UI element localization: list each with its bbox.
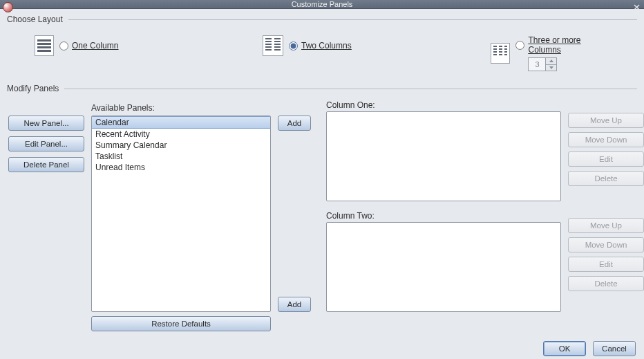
col2-edit-button[interactable]: Edit <box>568 257 644 272</box>
choose-layout-text: Choose Layout <box>7 15 63 24</box>
radio-one-column-label[interactable]: One Column <box>72 41 118 50</box>
modify-panels-label: Modify Panels <box>7 84 637 93</box>
panel-action-buttons: New Panel... Edit Panel... Delete Panel <box>8 116 84 312</box>
divider <box>64 89 637 89</box>
add-buttons-column: Add Add <box>278 116 319 312</box>
app-icon <box>3 2 13 12</box>
list-item[interactable]: Summary Calendar <box>92 140 270 151</box>
window-title: Customize Panels <box>292 0 353 8</box>
list-item[interactable]: Calendar <box>92 116 270 129</box>
col2-delete-button[interactable]: Delete <box>568 276 644 291</box>
radio-two-columns[interactable] <box>289 42 298 50</box>
cancel-button[interactable]: Cancel <box>593 341 636 356</box>
radio-three-columns-label[interactable]: Three or more Columns <box>528 35 609 55</box>
ok-button[interactable]: OK <box>543 341 586 356</box>
col1-move-up-button[interactable]: Move Up <box>568 113 644 128</box>
add-to-column-two-button[interactable]: Add <box>278 297 311 312</box>
modify-panels-text: Modify Panels <box>7 84 59 93</box>
choose-layout-label: Choose Layout <box>7 15 637 24</box>
list-item[interactable]: Unread Items <box>92 162 270 173</box>
three-column-icon <box>491 43 510 64</box>
column-count-input[interactable] <box>529 58 545 71</box>
delete-panel-button[interactable]: Delete Panel <box>8 157 84 172</box>
column-two-list[interactable] <box>326 222 561 312</box>
modify-panels-area: New Panel... Edit Panel... Delete Panel … <box>7 100 637 329</box>
column-two-label: Column Two: <box>326 211 561 221</box>
chevron-down-icon <box>549 66 553 69</box>
divider <box>68 19 637 20</box>
chevron-up-icon <box>549 59 553 62</box>
list-item[interactable]: Tasklist <box>92 151 270 162</box>
column-action-buttons: Move Up Move Down Edit Delete Move Up Mo… <box>568 100 644 312</box>
spinner-up[interactable] <box>546 58 556 65</box>
layout-option-one: One Column <box>35 35 263 56</box>
col1-edit-button[interactable]: Edit <box>568 151 644 167</box>
layout-options: One Column Two Columns <box>7 31 637 77</box>
layout-option-three: Three or more Columns <box>491 35 609 71</box>
close-icon <box>634 4 640 10</box>
dialog-buttons: OK Cancel <box>0 335 644 359</box>
radio-three-columns[interactable] <box>515 41 524 50</box>
col1-delete-button[interactable]: Delete <box>568 171 644 186</box>
layout-option-two: Two Columns <box>263 35 491 56</box>
close-button[interactable] <box>630 1 643 12</box>
column-count-spinner[interactable] <box>528 57 557 71</box>
list-item[interactable]: Recent Activity <box>92 129 270 140</box>
column-one-block: Column One: <box>326 100 561 201</box>
restore-defaults-button[interactable]: Restore Defaults <box>91 316 271 331</box>
two-column-icon <box>263 35 283 56</box>
col2-move-down-button[interactable]: Move Down <box>568 237 644 252</box>
available-panels-list[interactable]: CalendarRecent ActivitySummary CalendarT… <box>91 116 271 312</box>
titlebar: Customize Panels <box>0 0 644 9</box>
available-panels-label: Available Panels: <box>91 103 271 113</box>
radio-one-column[interactable] <box>59 42 68 50</box>
column-one-list[interactable] <box>326 111 561 201</box>
dialog-content: Choose Layout One Column Two Columns <box>0 9 644 335</box>
col1-move-down-button[interactable]: Move Down <box>568 132 644 147</box>
radio-two-columns-label[interactable]: Two Columns <box>301 41 352 50</box>
target-columns: Column One: Column Two: <box>326 100 561 312</box>
column-one-label: Column One: <box>326 100 561 110</box>
spinner-down[interactable] <box>546 65 556 71</box>
new-panel-button[interactable]: New Panel... <box>8 116 84 131</box>
add-to-column-one-button[interactable]: Add <box>278 116 311 131</box>
one-column-icon <box>35 35 54 56</box>
col2-move-up-button[interactable]: Move Up <box>568 218 644 233</box>
edit-panel-button[interactable]: Edit Panel... <box>8 136 84 151</box>
column-two-block: Column Two: <box>326 211 561 312</box>
